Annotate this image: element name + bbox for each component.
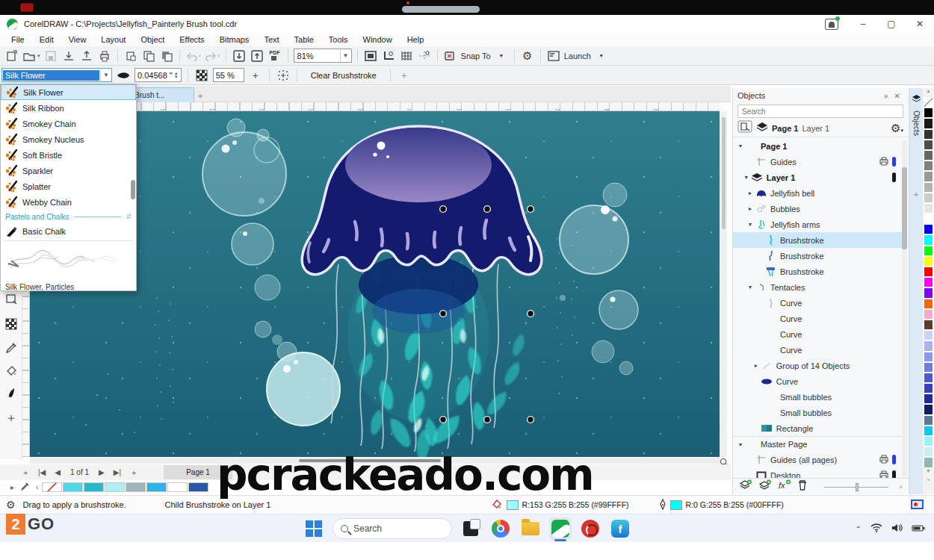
clear-brushstroke-button[interactable]: Clear Brushstroke — [303, 69, 384, 81]
show-grid-icon[interactable] — [399, 49, 414, 63]
chrome-button[interactable] — [489, 517, 512, 540]
color-swatch[interactable] — [924, 224, 933, 234]
color-swatch[interactable] — [924, 234, 933, 245]
f-app-button[interactable]: f — [609, 517, 631, 540]
prev-page-icon[interactable]: ◀ — [51, 468, 64, 476]
start-button[interactable] — [303, 517, 325, 540]
show-guidelines-icon[interactable] — [417, 49, 432, 63]
import-box-icon[interactable] — [232, 49, 247, 63]
color-swatch[interactable] — [924, 309, 933, 320]
tree-row-label[interactable]: Curve — [780, 299, 896, 308]
tree-row[interactable]: Small bubbles — [733, 389, 902, 405]
tree-row[interactable]: Guides (all pages) — [733, 452, 902, 467]
tree-row-label[interactable]: Rectangle — [776, 424, 896, 433]
tree-row-label[interactable]: Layer 1 — [767, 173, 892, 182]
objects-search-box[interactable] — [737, 105, 903, 118]
color-swatch[interactable] — [924, 203, 933, 214]
nib-size-stepper[interactable]: ▲▼ — [174, 72, 179, 79]
color-swatch[interactable] — [924, 97, 933, 108]
tree-row[interactable]: Curve — [733, 342, 902, 358]
color-swatch[interactable] — [924, 287, 933, 298]
battery-icon[interactable] — [912, 522, 925, 535]
tree-row[interactable]: ▸ Group of 14 Objects — [733, 358, 902, 373]
tree-expand-icon[interactable]: ▾ — [736, 441, 745, 448]
menu-item[interactable]: Edit — [33, 34, 61, 46]
color-swatch[interactable] — [924, 161, 933, 171]
menu-item[interactable]: View — [62, 34, 93, 46]
color-swatch[interactable] — [924, 436, 933, 447]
palette-scroll-up-icon[interactable]: ▲ — [923, 88, 934, 97]
launch-button[interactable]: Launch — [564, 52, 591, 60]
color-swatch[interactable] — [924, 118, 933, 128]
delete-trash-icon[interactable] — [797, 479, 808, 494]
brush-list-item-chalk[interactable]: Basic Chalk — [1, 223, 136, 239]
color-swatch[interactable] — [924, 457, 933, 467]
tree-row-label[interactable]: Brushstroke — [780, 267, 896, 276]
next-page-icon[interactable]: ▶ — [95, 468, 108, 476]
menu-item[interactable]: Tools — [322, 34, 355, 46]
color-swatch[interactable] — [924, 373, 933, 383]
redo-icon[interactable]: ▾ — [204, 49, 220, 63]
new-document-tab-button[interactable]: ＋ — [196, 90, 205, 102]
player-progress-bar[interactable] — [402, 6, 480, 13]
tree-expand-icon[interactable]: ▸ — [746, 190, 755, 196]
cut-icon[interactable] — [123, 49, 138, 63]
menu-item[interactable]: Object — [134, 34, 171, 46]
dropdown-scrollbar[interactable] — [131, 86, 135, 235]
restore-button[interactable]: ▢ — [877, 15, 906, 33]
menu-item[interactable]: Text — [257, 34, 285, 46]
tree-row-label[interactable]: Brushstroke — [780, 252, 896, 261]
tree-row[interactable]: ▾ Layer 1 — [733, 169, 902, 185]
menu-item[interactable]: Table — [288, 34, 321, 46]
objects-search-input[interactable] — [738, 108, 903, 116]
photo-app-button[interactable] — [579, 517, 601, 540]
color-swatch[interactable] — [924, 267, 933, 277]
color-swatch[interactable] — [924, 193, 933, 203]
tree-row-label[interactable]: Curve — [780, 330, 896, 339]
export-box-icon[interactable] — [250, 49, 265, 63]
tree-row-label[interactable]: Curve — [780, 346, 896, 355]
brush-list-item[interactable]: Silk Ribbon — [1, 100, 136, 116]
color-swatch[interactable] — [924, 393, 933, 404]
document-color-swatch[interactable] — [146, 482, 167, 492]
tree-row[interactable]: Small bubbles — [733, 405, 902, 420]
snap-to-button[interactable]: Snap To — [461, 52, 491, 60]
color-swatch[interactable] — [924, 426, 933, 436]
tree-row-label[interactable]: Jellyfish bell — [770, 189, 896, 198]
coreldraw-taskbar-button[interactable] — [549, 517, 572, 540]
tree-row[interactable]: ▾ Page 1 — [733, 138, 902, 154]
fullscreen-preview-icon[interactable] — [363, 49, 378, 63]
snap-off-icon[interactable] — [443, 49, 458, 63]
tree-expand-icon[interactable]: ▾ — [746, 284, 755, 290]
objects-vertical-tab[interactable]: Objects — [912, 111, 921, 136]
tree-row-label[interactable]: Guides — [770, 158, 879, 167]
snap-to-chevron-icon[interactable]: ▼ — [494, 49, 509, 63]
brush-list-item[interactable]: Smokey Chain — [1, 116, 136, 131]
tree-row[interactable]: Curve — [733, 373, 902, 389]
zoom-level-combo[interactable]: 81%▼ — [294, 49, 352, 63]
open-icon[interactable]: ▾ — [22, 49, 40, 63]
save-icon[interactable] — [43, 49, 58, 63]
import-icon[interactable] — [61, 49, 76, 63]
tree-row-label[interactable]: Curve — [780, 314, 896, 323]
tree-row-label[interactable]: Page 1 — [761, 142, 896, 151]
tree-row[interactable]: Desktop — [733, 467, 902, 478]
tree-row[interactable]: ▸ Bubbles — [733, 201, 902, 217]
launch-chevron-icon[interactable]: ▼ — [594, 49, 609, 63]
fill-tool-icon[interactable] — [3, 362, 19, 379]
tree-row[interactable]: Rectangle — [733, 420, 902, 436]
tree-row-label[interactable]: Brushstroke — [780, 236, 896, 245]
volume-icon[interactable] — [891, 522, 903, 535]
new-document-icon[interactable] — [4, 49, 19, 63]
minimize-button[interactable]: – — [849, 15, 877, 33]
undo-icon[interactable]: ▾ — [185, 49, 202, 63]
paste-icon[interactable] — [159, 49, 174, 63]
close-button[interactable]: ✕ — [906, 15, 934, 33]
transparency-field[interactable]: 55 % — [213, 68, 244, 82]
tree-row[interactable]: Curve — [733, 295, 902, 311]
tree-row-label[interactable]: Small bubbles — [780, 393, 896, 402]
palette-expand-icon[interactable]: » — [923, 477, 934, 486]
tree-expand-icon[interactable]: ▾ — [736, 143, 745, 149]
context-layer-label[interactable]: Layer 1 — [802, 124, 829, 133]
color-swatch[interactable] — [924, 246, 933, 256]
